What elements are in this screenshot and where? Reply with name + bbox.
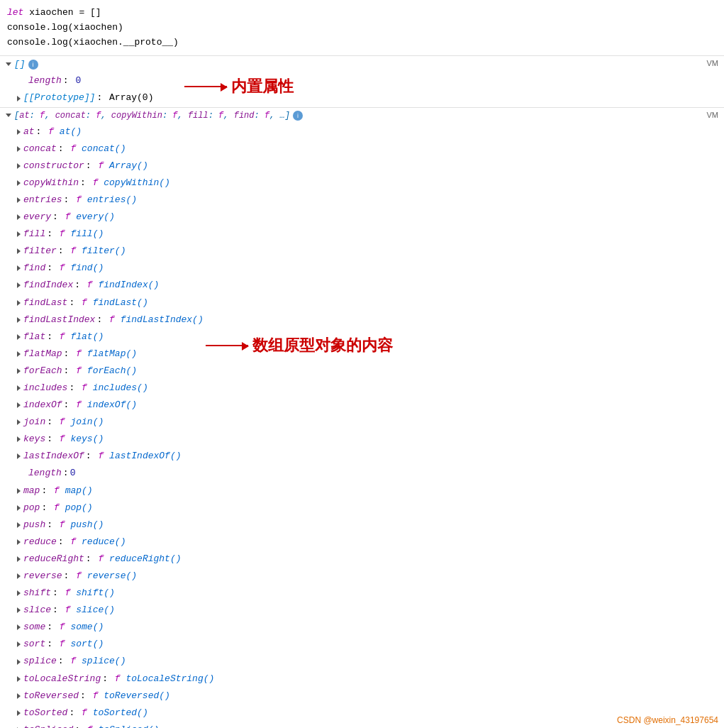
prop-triangle-fill[interactable] (17, 231, 21, 237)
section-1-header-label: [] (14, 59, 26, 70)
prop-triangle-toReversed[interactable] (17, 693, 21, 699)
prop-row: findLastIndex: f findLastIndex() (11, 311, 724, 329)
prop-triangle-sort[interactable] (17, 641, 21, 647)
prop-row: constructor: f Array() (11, 158, 724, 175)
prop-row: some: f some() (11, 619, 724, 636)
prop-triangle-every[interactable] (17, 214, 21, 220)
prop-row: toReversed: f toReversed() (11, 688, 724, 705)
prop-row: shift: f shift() (11, 585, 724, 602)
code-line-2: console.log(xiaochen) (7, 21, 717, 35)
footer-text: CSDN @weixin_43197654 (617, 715, 718, 725)
code-line-1: let xiaochen = [] (7, 6, 717, 21)
top-code-block: let xiaochen = [] console.log(xiaochen) … (0, 0, 724, 56)
footer: CSDN @weixin_43197654 (617, 715, 718, 725)
info-icon-2[interactable]: i (293, 111, 303, 121)
prop-row: find: f find() (11, 260, 724, 277)
section-2: [at: f, concat: f, copyWithin: f, fill: … (0, 108, 724, 728)
prop-triangle-join[interactable] (17, 419, 21, 425)
prop-triangle-reduce[interactable] (17, 539, 21, 545)
prop-triangle-shift[interactable] (17, 590, 21, 596)
prop-triangle-keys[interactable] (17, 436, 21, 442)
prop-triangle-findLastIndex[interactable] (17, 317, 21, 323)
section-1-header[interactable]: [] i VM (0, 56, 724, 72)
prop-row: concat: f concat() (11, 140, 724, 158)
prop-triangle-lastIndexOf[interactable] (17, 453, 21, 459)
prop-row: copyWithin: f copyWithin() (11, 175, 724, 192)
prototype-row: [[Prototype]]: Array(0) (11, 89, 724, 106)
prop-triangle-flat[interactable] (17, 334, 21, 340)
prop-triangle-includes[interactable] (17, 385, 21, 391)
section-2-header[interactable]: [at: f, concat: f, copyWithin: f, fill: … (0, 108, 724, 123)
prop-row: every: f every() (11, 209, 724, 226)
prop-triangle-constructor[interactable] (17, 163, 21, 169)
vm-label-1: VM (707, 59, 719, 67)
prop-row: join: f join() (11, 414, 724, 431)
prop-triangle-toSorted[interactable] (17, 710, 21, 716)
prop-triangle-flatMap[interactable] (17, 351, 21, 357)
prop-row: flat: f flat() (11, 329, 724, 346)
section-1: [] i VM length: 0 [[Prototype]]: Array(0… (0, 56, 724, 107)
prop-row: keys: f keys() (11, 431, 724, 448)
prop-triangle-some[interactable] (17, 624, 21, 630)
length-row: length: 0 (11, 72, 724, 89)
section-2-header-label: [at: f, concat: f, copyWithin: f, fill: … (14, 111, 290, 121)
prop-row: findIndex: f findIndex() (11, 277, 724, 294)
prop-triangle-find[interactable] (17, 265, 21, 271)
prop-triangle-map[interactable] (17, 488, 21, 494)
prop-row: flatMap: f flatMap() (11, 346, 724, 363)
prop-triangle-entries[interactable] (17, 197, 21, 203)
prop-row: indexOf: f indexOf() (11, 397, 724, 414)
prop-row: reduce: f reduce() (11, 534, 724, 551)
prop-triangle-pop[interactable] (17, 505, 21, 511)
prop-row: pop: f pop() (11, 500, 724, 517)
prototype-triangle[interactable] (17, 96, 21, 101)
prop-triangle-indexOf[interactable] (17, 402, 21, 408)
prop-triangle-toLocaleString[interactable] (17, 676, 21, 682)
code-line-3: console.log(xiaochen.__proto__) (7, 35, 717, 50)
prop-row: includes: f includes() (11, 380, 724, 397)
prop-triangle-forEach[interactable] (17, 368, 21, 374)
prop-triangle-push[interactable] (17, 522, 21, 528)
expand-triangle-1[interactable] (6, 62, 11, 66)
prop-row: lastIndexOf: f lastIndexOf() (11, 448, 724, 465)
prop-row: push: f push() (11, 517, 724, 534)
vm-label-2: VM (707, 111, 719, 119)
prop-row: filter: f filter() (11, 243, 724, 260)
prop-triangle-slice[interactable] (17, 607, 21, 613)
prop-triangle-findLast[interactable] (17, 300, 21, 306)
prop-triangle-reverse[interactable] (17, 573, 21, 579)
prop-row: reverse: f reverse() (11, 568, 724, 585)
prop-triangle-filter[interactable] (17, 248, 21, 254)
prop-row: reduceRight: f reduceRight() (11, 551, 724, 568)
info-icon-1[interactable]: i (28, 60, 38, 70)
prop-row: toLocaleString: f toLocaleString() (11, 671, 724, 688)
prop-triangle-findIndex[interactable] (17, 282, 21, 288)
prop-row: splice: f splice() (11, 653, 724, 670)
prop-row: fill: f fill() (11, 226, 724, 243)
prop-row: at: f at() (11, 123, 724, 140)
prop-row: entries: f entries() (11, 192, 724, 209)
prop-row: length: 0 (11, 465, 724, 482)
prop-triangle-splice[interactable] (17, 659, 21, 665)
expand-triangle-2[interactable] (6, 114, 11, 117)
prop-row: slice: f slice() (11, 602, 724, 619)
prop-row: forEach: f forEach() (11, 363, 724, 380)
prop-triangle-concat[interactable] (17, 146, 21, 152)
prop-triangle-copyWithin[interactable] (17, 180, 21, 186)
prop-row: sort: f sort() (11, 636, 724, 653)
prop-row: findLast: f findLast() (11, 294, 724, 311)
section-2-body: at: f at() concat: f concat() constructo… (0, 123, 724, 728)
prop-row: map: f map() (11, 482, 724, 500)
prop-triangle-reduceRight[interactable] (17, 556, 21, 562)
prop-triangle-at[interactable] (17, 129, 21, 135)
section-1-body: length: 0 [[Prototype]]: Array(0) (0, 72, 724, 106)
